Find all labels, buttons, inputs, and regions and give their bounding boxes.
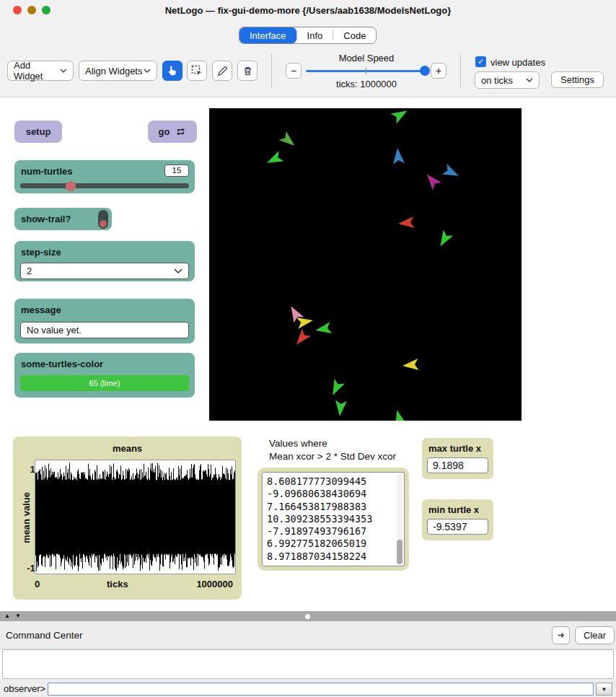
trash-icon — [242, 66, 253, 76]
min-turtle-x-label: min turtle x — [428, 504, 479, 515]
hand-pointer-icon — [167, 65, 178, 76]
min-turtle-x-value: -9.5397 — [427, 519, 488, 535]
plot-ylabel: mean value — [21, 489, 32, 547]
settings-button[interactable]: Settings — [551, 71, 604, 88]
output-scrollbar-thumb[interactable] — [397, 540, 402, 564]
chevron-down-icon — [174, 268, 182, 273]
output-caption-line1: Values where — [269, 437, 327, 450]
window-title: NetLogo — fix-gui-demo-more {/Users/aab1… — [0, 5, 616, 16]
splitter-down-icon[interactable]: ▼ — [15, 611, 21, 621]
command-center-splitter[interactable]: ▲ ▼ — [0, 611, 616, 621]
command-center-header: Command Center Clear — [0, 621, 616, 649]
num-turtles-slider-widget: num-turtles 15 — [14, 160, 195, 193]
max-turtle-x-value: 9.1898 — [427, 457, 488, 473]
turtle — [334, 400, 347, 416]
tab-code[interactable]: Code — [333, 27, 376, 43]
output-caption-line2: Mean xcor > 2 * Std Dev xcor — [269, 450, 396, 463]
chevron-down-icon — [144, 69, 151, 73]
main-tab-group: Interface Info Code — [239, 27, 377, 44]
go-button-label: go — [159, 126, 170, 137]
turtle — [292, 328, 311, 348]
num-turtles-thumb[interactable] — [66, 181, 76, 191]
toolbar-divider — [460, 53, 461, 87]
turtle — [327, 379, 345, 398]
turtle — [397, 216, 414, 229]
forever-loop-icon — [175, 126, 186, 137]
show-trail-switch-widget: show-trail? — [14, 208, 112, 230]
chevron-down-icon — [526, 78, 533, 82]
observer-prompt: observer> — [4, 683, 45, 694]
step-size-value: 2 — [27, 266, 32, 276]
turtle — [265, 151, 284, 168]
setup-button-label: setup — [26, 126, 51, 137]
output-widget: 8.608177773099445 -9.09680638430694 7.16… — [258, 468, 409, 571]
step-size-label: step-size — [21, 247, 61, 258]
update-mode-dropdown[interactable]: on ticks — [475, 71, 540, 89]
turtle — [402, 359, 418, 372]
switch-knob — [100, 220, 107, 227]
output-scrollbar[interactable] — [397, 474, 402, 564]
turtle — [314, 322, 332, 336]
splitter-handle-dot[interactable] — [305, 614, 310, 619]
tab-interface[interactable]: Interface — [239, 27, 296, 43]
view-updates-label: view updates — [490, 57, 545, 68]
select-tool-button[interactable] — [187, 61, 207, 81]
update-mode-value: on ticks — [481, 75, 513, 86]
toolbar-divider — [271, 53, 272, 87]
command-input[interactable] — [48, 683, 594, 696]
plot-xlabel: ticks — [107, 579, 128, 589]
message-input[interactable]: No value yet. — [20, 322, 189, 338]
num-turtles-label: num-turtles — [21, 166, 73, 177]
view-updates-checkbox[interactable]: ✓ — [475, 56, 486, 67]
interact-tool-button[interactable] — [162, 61, 182, 81]
plot-xmax-label: 1000000 — [196, 579, 233, 589]
add-widget-dropdown[interactable]: Add Widget — [7, 61, 74, 81]
show-trail-switch[interactable] — [98, 210, 108, 229]
turtle — [436, 229, 454, 249]
pencil-icon — [217, 66, 228, 76]
speed-slider-thumb[interactable] — [420, 66, 430, 76]
max-turtle-x-monitor: max turtle x 9.1898 — [422, 438, 493, 479]
ticks-counter: ticks: 1000000 — [306, 79, 427, 89]
output-box: 8.608177773099445 -9.09680638430694 7.16… — [262, 472, 405, 566]
plot-title: means — [13, 443, 242, 454]
step-size-chooser-widget: step-size 2 — [14, 241, 195, 281]
splitter-up-icon[interactable]: ▲ — [4, 611, 10, 621]
turtle — [390, 108, 410, 123]
world-view[interactable] — [209, 108, 522, 421]
clear-button[interactable]: Clear — [575, 626, 615, 644]
chevron-down-icon — [60, 69, 67, 73]
step-size-dropdown[interactable]: 2 — [20, 263, 189, 279]
edit-tool-button[interactable] — [212, 61, 232, 81]
marquee-select-icon — [191, 65, 203, 76]
color-input-button[interactable]: 65 (lime) — [20, 375, 189, 391]
toggle-layout-button[interactable] — [552, 626, 570, 644]
means-plot-widget: means 12 -12 mean value 0 ticks 1000000 — [13, 437, 242, 600]
go-button[interactable]: go — [148, 120, 197, 143]
model-speed-label: Model Speed — [306, 53, 427, 63]
command-center-output[interactable] — [2, 649, 614, 679]
plot-canvas — [35, 460, 235, 574]
min-turtle-x-monitor: min turtle x -9.5397 — [422, 499, 493, 540]
speed-slower-button[interactable]: − — [286, 63, 302, 79]
turtle — [278, 131, 298, 150]
add-widget-label: Add Widget — [14, 60, 60, 82]
some-turtles-color-widget: some-turtles-color 65 (lime) — [14, 353, 195, 398]
align-widgets-dropdown[interactable]: Align Widgets — [79, 61, 157, 81]
message-value: No value yet. — [27, 325, 82, 336]
speed-faster-button[interactable]: + — [431, 63, 446, 79]
setup-button[interactable]: setup — [14, 120, 62, 143]
num-turtles-track[interactable] — [20, 183, 189, 188]
turtle — [442, 164, 462, 181]
tab-info[interactable]: Info — [297, 27, 333, 43]
model-speed-slider[interactable] — [306, 70, 427, 72]
command-center-title: Command Center — [6, 630, 83, 641]
titlebar: NetLogo — fix-gui-demo-more {/Users/aab1… — [0, 0, 616, 20]
window-chrome: NetLogo — fix-gui-demo-more {/Users/aab1… — [0, 0, 616, 97]
max-turtle-x-label: max turtle x — [428, 443, 481, 454]
num-turtles-value: 15 — [164, 165, 189, 177]
delete-tool-button[interactable] — [237, 61, 258, 81]
turtle — [391, 408, 406, 421]
show-trail-label: show-trail? — [21, 214, 71, 224]
command-history-dropdown[interactable]: ▼ — [596, 683, 612, 696]
